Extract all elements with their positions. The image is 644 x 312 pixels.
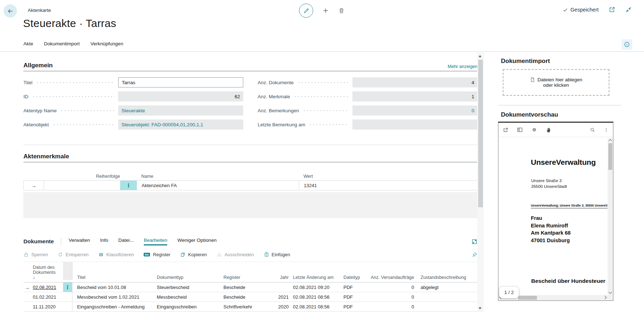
row-options[interactable] — [63, 302, 72, 311]
scroll-down-icon[interactable] — [479, 307, 481, 309]
col-aenderung[interactable]: Letzte Änderung am — [291, 275, 341, 280]
file-dropzone[interactable]: Dateien hier ablegen oder klicken — [503, 69, 609, 96]
scrollbar-thumb[interactable] — [518, 296, 537, 300]
cell-dateityp[interactable]: PDF — [341, 304, 366, 309]
cell-wert[interactable]: 13241 — [299, 181, 477, 190]
menu-verwalten[interactable]: Verwalten — [68, 238, 90, 245]
scroll-up-icon[interactable] — [609, 139, 612, 143]
cell-aenderung[interactable]: 02.08.2021 08:56 — [291, 304, 341, 309]
cell-reihenfolge[interactable] — [44, 181, 120, 190]
button-label: Register — [153, 252, 170, 257]
cell-datum[interactable]: 01.02.2021 — [31, 294, 63, 300]
menu-weniger-optionen[interactable]: Weniger Optionen — [177, 238, 217, 245]
cell-datum[interactable]: 11.11.2020 — [31, 304, 63, 309]
datum-link[interactable]: 02.08.2021 — [33, 285, 56, 290]
pdf-hand-tool-button[interactable] — [546, 127, 552, 133]
col-titel[interactable]: Titel — [72, 275, 155, 280]
menu-info[interactable]: Info — [100, 238, 108, 245]
titel-input[interactable] — [118, 77, 243, 87]
klassifizieren-button[interactable]: Klassifizieren — [98, 252, 134, 257]
cell-dateityp[interactable]: PDF — [341, 294, 366, 300]
cell-name[interactable]: Aktenzeichen FA — [137, 181, 299, 190]
col-name[interactable]: Name — [120, 174, 299, 179]
col-wert[interactable]: Wert — [299, 174, 478, 179]
col-datum[interactable]: Datum des Dokuments↓ — [31, 265, 63, 280]
row-options[interactable] — [63, 292, 72, 302]
cell-titel[interactable]: Bescheid vom 10.01.08 — [72, 285, 155, 290]
tab-verknuepfungen[interactable]: Verknüpfungen — [90, 41, 123, 46]
col-versand[interactable]: Anz. Versandaufträge — [366, 275, 416, 280]
merkmale-row[interactable]: Aktenzeichen FA 13241 — [23, 180, 478, 190]
search-icon — [590, 127, 595, 133]
scroll-right-icon[interactable] — [603, 296, 607, 299]
scroll-down-icon[interactable] — [609, 290, 612, 294]
kopieren-button[interactable]: Kopieren — [180, 252, 207, 257]
section-title-merkmale: Aktenmerkmale — [23, 153, 69, 160]
pdf-sidebar-toggle-button[interactable] — [517, 127, 523, 133]
sperren-button[interactable]: Sperren — [23, 252, 48, 257]
ausschneiden-button[interactable]: Ausschneiden — [217, 252, 254, 257]
cell-versand[interactable]: 0 — [366, 294, 416, 300]
open-in-new-window-button[interactable] — [609, 6, 615, 13]
main-scrollbar[interactable] — [477, 53, 484, 312]
show-more-link[interactable]: Mehr anzeigen — [448, 64, 478, 69]
back-button[interactable] — [4, 4, 17, 18]
cell-zustand[interactable]: abgelegt — [416, 285, 478, 290]
einfuegen-button[interactable]: Einfügen — [264, 252, 290, 257]
aktentyp-link[interactable]: Steuerakte — [118, 105, 243, 116]
cell-jahr[interactable]: 2020 — [270, 304, 291, 309]
cell-register[interactable]: Bescheide — [221, 294, 270, 300]
col-register[interactable]: Register — [221, 275, 270, 280]
pdf-settings-button[interactable] — [531, 127, 537, 133]
document-row[interactable]: 02.08.2021 Bescheid vom 10.01.08 Steuerb… — [23, 282, 478, 292]
document-row[interactable]: 01.02.2021 Messbescheid vom 1.02.2021 Me… — [23, 292, 478, 302]
document-row[interactable]: 11.11.2020 Eingangsschreiben - Anmeldung… — [23, 302, 478, 312]
pdf-viewer: UnsereVerwaltung Unsere Straße 3 35500 U… — [498, 122, 613, 301]
main-content: Allgemein Mehr anzeigen Titel ID 62 Akte… — [23, 53, 478, 312]
collapse-button[interactable] — [625, 6, 632, 13]
cell-aenderung[interactable]: 02.08.2021 09:20 — [291, 285, 341, 290]
col-reihenfolge[interactable]: Reihenfolge — [23, 174, 120, 179]
pdf-more-options-button[interactable] — [604, 127, 609, 133]
scrollbar-thumb[interactable] — [478, 60, 483, 207]
focus-mode-button[interactable] — [471, 239, 478, 245]
cell-dateityp[interactable]: PDF — [341, 285, 366, 290]
pdf-open-external-button[interactable] — [503, 127, 508, 133]
cell-dokumenttyp[interactable]: Eingangsschreiben — [155, 304, 221, 309]
col-dokumenttyp[interactable]: Dokumenttyp — [155, 275, 221, 280]
register-button[interactable]: Abc Register — [143, 252, 170, 257]
unpin-button[interactable] — [472, 252, 478, 258]
pdf-page[interactable]: UnsereVerwaltung Unsere Straße 3 35500 U… — [498, 138, 613, 300]
row-options-button[interactable] — [120, 181, 137, 190]
cell-jahr[interactable]: 2021 — [270, 294, 291, 300]
tab-akte[interactable]: Akte — [23, 41, 33, 46]
scrollbar-thumb[interactable] — [608, 143, 612, 170]
info-button[interactable] — [622, 39, 632, 50]
cell-dokumenttyp[interactable]: Steuerbescheid — [155, 285, 221, 290]
cell-register[interactable]: Bescheide — [221, 285, 270, 290]
anz-bemerkungen-link[interactable]: 0 — [352, 105, 478, 116]
tab-dokumentimport[interactable]: Dokumentimport — [44, 41, 80, 46]
cell-titel[interactable]: Messbescheid vom 1.02.2021 — [72, 294, 155, 300]
pdf-search-button[interactable] — [590, 127, 595, 133]
menu-datei[interactable]: Datei... — [118, 238, 134, 245]
edit-button[interactable] — [299, 4, 313, 18]
lock-icon — [23, 252, 29, 257]
cell-register[interactable]: Schriftverkehr — [221, 304, 270, 309]
aktenobjekt-link[interactable]: Steuerobjekt: FAD-000054,01,200,1,1 — [118, 119, 243, 130]
menu-bearbeiten[interactable]: Bearbeiten — [144, 238, 167, 245]
cell-versand[interactable]: 0 — [366, 285, 416, 290]
scroll-up-icon[interactable] — [479, 55, 481, 57]
new-button[interactable] — [322, 7, 329, 14]
row-options-button[interactable] — [63, 282, 72, 292]
delete-button[interactable] — [338, 7, 345, 14]
entsperren-button[interactable]: Entsperren — [58, 252, 89, 257]
cell-versand[interactable]: 0 — [366, 304, 416, 309]
cell-aenderung[interactable]: 02.08.2021 08:56 — [291, 294, 341, 300]
cell-dokumenttyp[interactable]: Messbescheid — [155, 294, 221, 300]
col-dateityp[interactable]: Dateityp — [341, 275, 366, 280]
col-jahr[interactable]: Jahr — [270, 275, 291, 280]
col-zustand[interactable]: Zustandsbeschreibung — [416, 275, 478, 280]
pdf-vertical-scrollbar[interactable] — [608, 138, 613, 295]
cell-titel[interactable]: Eingangsschreiben - Anmeldung — [72, 304, 155, 309]
